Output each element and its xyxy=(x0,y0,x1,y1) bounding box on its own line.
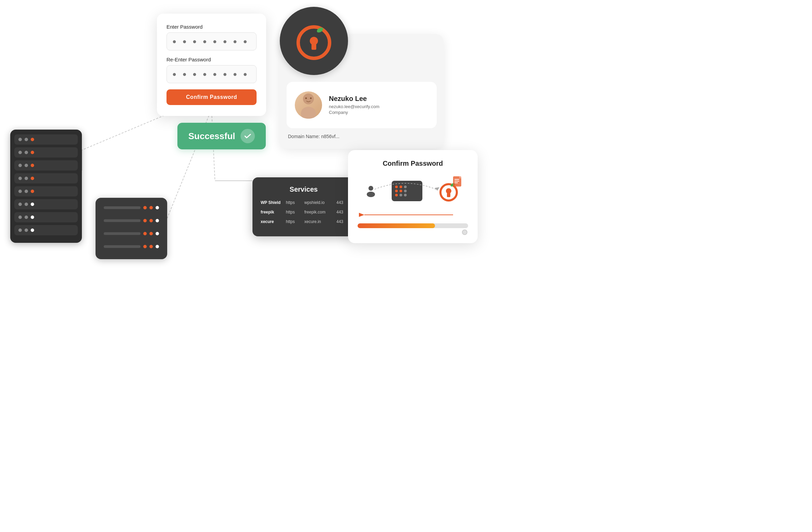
dot-gray xyxy=(18,177,22,180)
domain-label: Domain Name: xyxy=(288,134,320,139)
service-protocol: https xyxy=(285,209,302,215)
server-panel-left xyxy=(10,130,82,243)
dot-gray xyxy=(25,216,28,219)
dot-orange xyxy=(143,206,147,209)
server-row xyxy=(14,212,78,222)
profile-company: Company xyxy=(329,110,379,115)
svg-point-15 xyxy=(310,98,312,99)
dot-orange xyxy=(143,245,147,248)
svg-rect-21 xyxy=(454,181,459,181)
server-row xyxy=(14,199,78,209)
svg-rect-8 xyxy=(311,44,316,50)
server-row xyxy=(14,160,78,171)
dot-gray xyxy=(18,203,22,206)
dot-gray xyxy=(18,151,22,154)
svg-point-11 xyxy=(303,93,314,104)
dot-orange xyxy=(31,151,34,154)
confirm-password-button[interactable]: Confirm Password xyxy=(166,89,257,105)
workflow-arrow-bottom xyxy=(358,210,468,220)
dot-gray xyxy=(18,138,22,141)
dot-white xyxy=(31,216,34,219)
success-text: Successful xyxy=(188,131,235,142)
dot-orange xyxy=(31,177,34,180)
reenter-password-label: Re-Enter Password xyxy=(166,57,257,62)
svg-rect-20 xyxy=(454,179,459,180)
dot-gray xyxy=(25,151,28,154)
service-domain: freepik.com xyxy=(303,209,334,215)
server-row xyxy=(14,173,78,183)
dot-white xyxy=(156,232,159,235)
dot-white xyxy=(156,219,159,222)
progress-bar xyxy=(358,223,468,228)
service-port: 443 xyxy=(335,219,349,225)
service-domain: wpshield.io xyxy=(303,200,334,206)
server-row xyxy=(14,186,78,196)
workflow-arrow-top xyxy=(368,176,443,196)
success-badge: Successful xyxy=(177,123,266,149)
server-row xyxy=(14,134,78,145)
reenter-password-input[interactable] xyxy=(166,65,257,83)
service-name: xecure xyxy=(259,219,283,225)
service-port: 443 xyxy=(335,209,349,215)
dot-gray xyxy=(25,138,28,141)
document-icon xyxy=(452,176,465,189)
dot-orange xyxy=(143,219,147,222)
dot-orange xyxy=(149,232,153,235)
server-row xyxy=(14,147,78,158)
server-row xyxy=(100,216,163,226)
server-row xyxy=(100,241,163,252)
profile-domain: Domain Name: n856vf... xyxy=(280,128,444,139)
password-form-card: Enter Password Re-Enter Password Confirm… xyxy=(157,14,266,116)
server-panel-mid xyxy=(96,198,167,259)
service-name: WP Shield xyxy=(259,200,283,206)
server-row xyxy=(100,228,163,239)
avatar xyxy=(295,91,322,119)
profile-email: nezuko.lee@xecurify.com xyxy=(329,104,379,109)
services-title: Services xyxy=(259,186,348,193)
svg-rect-26 xyxy=(447,193,450,197)
enter-password-label: Enter Password xyxy=(166,24,257,30)
dot-orange xyxy=(143,232,147,235)
dot-orange xyxy=(31,164,34,167)
dot-orange xyxy=(149,206,153,209)
dot-gray xyxy=(18,228,22,232)
dot-gray xyxy=(18,190,22,193)
svg-marker-23 xyxy=(459,176,461,178)
server-row xyxy=(100,203,163,213)
dot-gray xyxy=(25,190,28,193)
profile-info-section: Nezuko Lee nezuko.lee@xecurify.com Compa… xyxy=(287,82,437,128)
service-row-freepik: freepik https freepik.com 443 /api/downl… xyxy=(259,209,348,215)
dot-gray xyxy=(25,203,28,206)
dot-gray xyxy=(18,216,22,219)
progress-bar-fill xyxy=(358,223,435,228)
enter-password-input[interactable] xyxy=(166,32,257,50)
service-protocol: https xyxy=(285,200,302,206)
service-row-wpshield: WP Shield https wpshield.io 443 /api/gen… xyxy=(259,200,348,206)
brand-logo-circle xyxy=(280,7,348,75)
dot-orange xyxy=(31,138,34,141)
domain-value: n856vf... xyxy=(321,134,339,139)
server-row xyxy=(14,225,78,235)
confirm-workflow-card: Confirm Password xyxy=(348,150,478,243)
dot-gray xyxy=(18,164,22,167)
dot-orange xyxy=(149,219,153,222)
svg-point-14 xyxy=(305,98,307,99)
svg-rect-22 xyxy=(454,182,458,183)
service-name: freepik xyxy=(259,209,283,215)
service-port: 443 xyxy=(335,200,349,206)
success-check-icon xyxy=(241,129,255,143)
dot-white xyxy=(31,228,34,232)
profile-name: Nezuko Lee xyxy=(329,95,379,103)
dot-white xyxy=(156,245,159,248)
progress-indicator xyxy=(358,230,468,235)
service-domain: xecure.in xyxy=(303,219,334,225)
dot-gray xyxy=(25,228,28,232)
svg-rect-13 xyxy=(302,108,315,119)
dot-orange xyxy=(149,245,153,248)
dot-white xyxy=(156,206,159,209)
dot-white xyxy=(31,203,34,206)
dot-gray xyxy=(25,177,28,180)
services-panel: Services WP Shield https wpshield.io 443… xyxy=(252,177,355,236)
dot-gray xyxy=(25,164,28,167)
svg-point-25 xyxy=(446,188,451,194)
